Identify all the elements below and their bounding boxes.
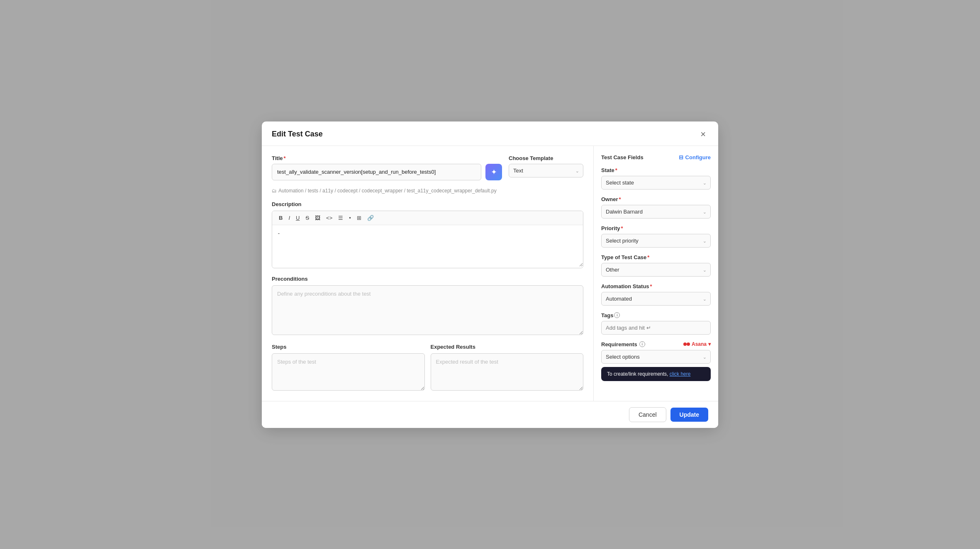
owner-select-wrapper: Dalwin Barnard — [601, 205, 711, 219]
tags-input[interactable] — [601, 321, 711, 335]
ordered-list-button[interactable]: ☰ — [336, 214, 346, 222]
type-select-wrapper: Other — [601, 263, 711, 277]
bold-button[interactable]: B — [276, 214, 285, 222]
description-label: Description — [272, 201, 583, 207]
type-label: Type of Test Case * — [601, 254, 711, 260]
description-textarea[interactable]: - — [272, 225, 583, 267]
requirements-tooltip: To create/link requirements, click here — [601, 367, 711, 381]
asana-dot-icon — [683, 343, 687, 346]
expected-results-textarea[interactable] — [431, 353, 584, 391]
owner-label: Owner * — [601, 196, 711, 202]
edit-test-case-modal: Edit Test Case × Title * — [262, 121, 718, 428]
unordered-list-button[interactable]: • — [346, 214, 353, 222]
state-label: State * — [601, 167, 711, 173]
title-input[interactable] — [272, 164, 481, 180]
preconditions-label: Preconditions — [272, 276, 583, 282]
configure-button[interactable]: ⊟ Configure — [679, 154, 711, 160]
description-editor: B I U S 🖼 <> ☰ • ⊞ 🔗 - — [272, 211, 583, 268]
steps-textarea[interactable] — [272, 353, 425, 391]
steps-label: Steps — [272, 344, 425, 350]
side-panel-title: Test Case Fields — [601, 154, 644, 160]
update-button[interactable]: Update — [670, 408, 708, 422]
priority-select-wrapper: Select priority — [601, 234, 711, 248]
requirements-label: Requirements i — [601, 341, 645, 347]
priority-label: Priority * — [601, 225, 711, 231]
asana-dot2-icon — [687, 343, 690, 346]
editor-toolbar: B I U S 🖼 <> ☰ • ⊞ 🔗 — [272, 211, 583, 225]
owner-field: Owner * Dalwin Barnard — [601, 196, 711, 219]
configure-icon: ⊟ — [679, 154, 683, 160]
requirements-info-icon: i — [639, 341, 645, 347]
chevron-down-icon: ▾ — [708, 341, 711, 347]
template-select-wrapper: Text — [509, 164, 583, 177]
modal-title: Edit Test Case — [272, 130, 323, 138]
type-field: Type of Test Case * Other — [601, 254, 711, 277]
requirements-select[interactable]: Select options — [601, 350, 711, 364]
priority-select[interactable]: Select priority — [601, 234, 711, 248]
requirements-header: Requirements i Asana ▾ — [601, 341, 711, 347]
expected-results-label: Expected Results — [431, 344, 584, 350]
tags-label: Tags i — [601, 312, 711, 318]
breadcrumb-folder-icon: 🗂 — [272, 188, 277, 194]
state-select[interactable]: Select state — [601, 176, 711, 189]
link-button[interactable]: 🔗 — [365, 214, 376, 222]
title-label: Title * — [272, 155, 502, 161]
click-here-link[interactable]: click here — [670, 371, 691, 377]
code-button[interactable]: <> — [324, 214, 335, 222]
automation-status-label: Automation Status * — [601, 283, 711, 289]
underline-button[interactable]: U — [293, 214, 302, 222]
side-panel-header: Test Case Fields ⊟ Configure — [601, 154, 711, 160]
strikethrough-button[interactable]: S — [303, 214, 312, 222]
main-panel: Title * ✦ Choose Template — [262, 146, 594, 401]
breadcrumb: 🗂 Automation / tests / a11y / codecept /… — [272, 188, 583, 194]
steps-col: Steps — [272, 344, 425, 392]
image-button[interactable]: 🖼 — [312, 214, 323, 222]
close-button[interactable]: × — [698, 129, 708, 140]
template-label: Choose Template — [509, 155, 583, 161]
state-field: State * Select state — [601, 167, 711, 189]
cancel-button[interactable]: Cancel — [629, 407, 666, 422]
state-select-wrapper: Select state — [601, 176, 711, 189]
steps-results-row: Steps Expected Results — [272, 344, 583, 392]
requirements-field: Requirements i Asana ▾ Select options — [601, 341, 711, 381]
priority-field: Priority * Select priority — [601, 225, 711, 248]
type-select[interactable]: Other — [601, 263, 711, 277]
requirements-select-wrapper: Select options — [601, 350, 711, 364]
italic-button[interactable]: I — [286, 214, 293, 222]
asana-badge: Asana ▾ — [683, 341, 711, 347]
automation-status-select[interactable]: Automated — [601, 292, 711, 306]
ai-icon: ✦ — [491, 168, 497, 177]
automation-status-select-wrapper: Automated — [601, 292, 711, 306]
tags-info-icon: i — [614, 312, 620, 318]
side-panel: Test Case Fields ⊟ Configure State * Sel… — [594, 146, 718, 401]
automation-status-field: Automation Status * Automated — [601, 283, 711, 306]
template-select[interactable]: Text — [509, 164, 583, 177]
tags-field: Tags i — [601, 312, 711, 335]
expected-results-col: Expected Results — [431, 344, 584, 392]
modal-overlay: Edit Test Case × Title * — [0, 0, 980, 549]
preconditions-textarea[interactable] — [272, 285, 583, 335]
owner-select[interactable]: Dalwin Barnard — [601, 205, 711, 219]
modal-header: Edit Test Case × — [262, 121, 718, 146]
modal-footer: Cancel Update — [262, 401, 718, 428]
modal-body: Title * ✦ Choose Template — [262, 146, 718, 401]
table-button[interactable]: ⊞ — [354, 214, 364, 222]
ai-button[interactable]: ✦ — [485, 164, 502, 180]
